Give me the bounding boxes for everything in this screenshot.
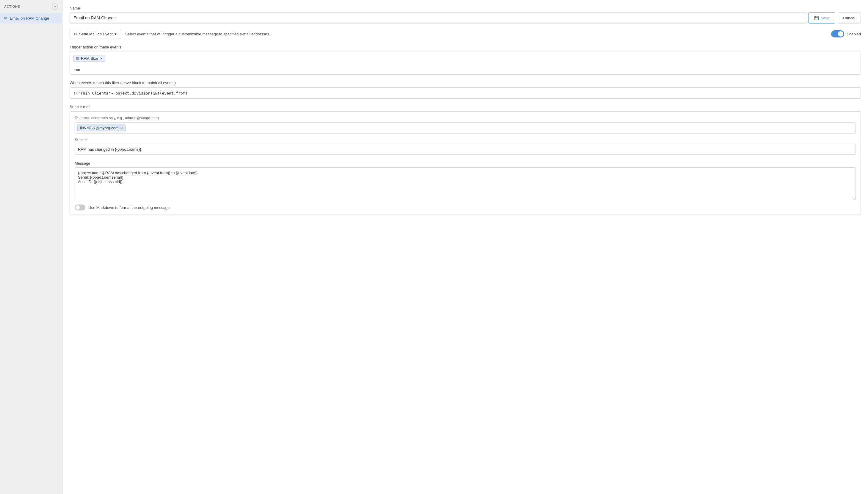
to-tag-area[interactable]: INVMGR@myorg.com × [75, 122, 856, 133]
save-label: Save [821, 16, 830, 20]
email-to-tag[interactable]: INVMGR@myorg.com × [77, 125, 126, 131]
save-icon: 💾 [814, 16, 819, 20]
subject-label: Subject [75, 138, 856, 142]
filter-value[interactable]: !('Thin Clients'~=object.division)&&!(ev… [73, 91, 188, 95]
ram-tag-remove[interactable]: × [100, 56, 103, 61]
name-section: Name 💾 Save Cancel [70, 6, 861, 23]
markdown-label: Use Markdown to format the outgoing mess… [88, 205, 169, 210]
action-type-button[interactable]: ✉ Send Mail on Event ▾ [70, 29, 121, 39]
email-to-remove[interactable]: × [121, 126, 123, 130]
action-type-row: ✉ Send Mail on Event ▾ Select events tha… [70, 29, 861, 39]
sidebar-header: Actions + [0, 0, 62, 13]
action-type-mail-icon: ✉ [74, 32, 77, 36]
markdown-row: Use Markdown to format the outgoing mess… [75, 205, 856, 210]
message-textarea[interactable]: {{object.name}} RAM has changed from {{e… [75, 167, 856, 200]
to-label: To (e-mail addresses only, e.g., admins@… [75, 116, 856, 120]
action-description: Select events that will trigger a custom… [125, 32, 827, 36]
main-content: Name 💾 Save Cancel ✉ Send Mail on Event … [62, 0, 868, 494]
ram-tag-label: RAM Size [81, 56, 98, 61]
sidebar-item-label: Email on RAM Change [10, 16, 49, 20]
add-action-button[interactable]: + [52, 4, 58, 10]
enabled-row: Enabled [831, 30, 861, 37]
sidebar: Actions + ✉ Email on RAM Change [0, 0, 62, 494]
trigger-events-box: ▤ RAM Size × [70, 52, 861, 75]
sidebar-title: Actions [4, 5, 20, 8]
email-section-label: Send e-mail [70, 104, 861, 109]
trigger-section: Trigger action on these events ▤ RAM Siz… [70, 45, 861, 75]
mail-icon: ✉ [4, 16, 7, 20]
ram-size-tag[interactable]: ▤ RAM Size × [73, 55, 105, 62]
enabled-label: Enabled [847, 32, 861, 36]
cancel-button[interactable]: Cancel [838, 12, 861, 23]
email-to-value: INVMGR@myorg.com [80, 126, 119, 130]
ram-tag-icon: ▤ [76, 56, 79, 61]
email-box: To (e-mail addresses only, e.g., admins@… [70, 112, 861, 215]
filter-box: !('Thin Clients'~=object.division)&&!(ev… [70, 88, 861, 99]
toggle-slider [831, 30, 844, 37]
name-input[interactable] [70, 12, 806, 23]
cancel-label: Cancel [843, 16, 855, 20]
markdown-toggle[interactable] [75, 205, 85, 210]
markdown-slider [75, 205, 85, 210]
trigger-section-label: Trigger action on these events [70, 45, 861, 49]
enabled-toggle[interactable] [831, 30, 844, 37]
name-row: 💾 Save Cancel [70, 12, 861, 23]
action-type-chevron: ▾ [114, 32, 117, 36]
filter-section-label: When events match this filter (leave bla… [70, 80, 861, 85]
message-label: Message [75, 161, 856, 166]
filter-section: When events match this filter (leave bla… [70, 80, 861, 99]
save-button[interactable]: 💾 Save [809, 12, 835, 23]
name-label: Name [70, 6, 861, 11]
email-section: Send e-mail To (e-mail addresses only, e… [70, 104, 861, 215]
sidebar-item-email-ram[interactable]: ✉ Email on RAM Change [0, 13, 62, 23]
trigger-filter-input[interactable] [70, 65, 861, 74]
trigger-tag-area: ▤ RAM Size × [70, 52, 861, 65]
action-type-label: Send Mail on Event [79, 32, 113, 36]
subject-input[interactable] [75, 144, 856, 155]
